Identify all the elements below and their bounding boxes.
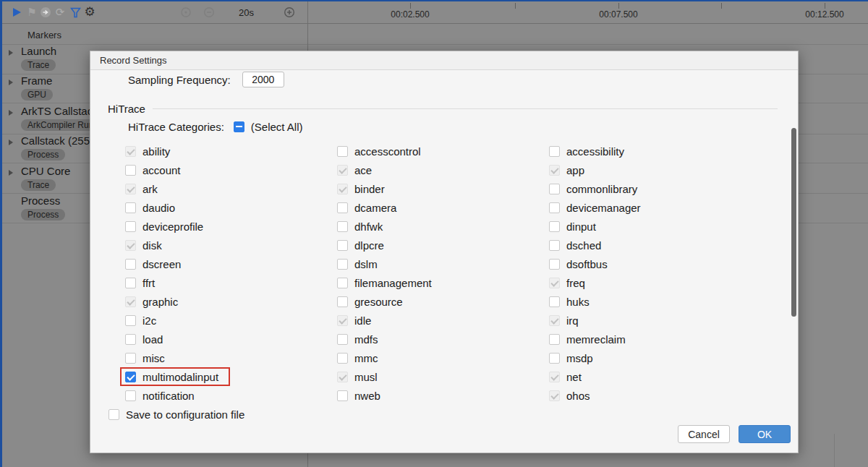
ok-button[interactable]: OK bbox=[739, 425, 791, 443]
category-row-musl[interactable]: musl bbox=[337, 367, 378, 386]
category-row-load[interactable]: load bbox=[125, 330, 163, 348]
category-checkbox-filemanagement[interactable] bbox=[337, 278, 348, 288]
expand-arrow-icon[interactable] bbox=[9, 50, 13, 56]
category-row-multimodalinput[interactable]: multimodalinput bbox=[125, 367, 218, 386]
category-row-dcamera[interactable]: dcamera bbox=[337, 198, 396, 217]
category-row-ffrt[interactable]: ffrt bbox=[125, 273, 155, 292]
expand-arrow-icon[interactable] bbox=[9, 170, 13, 176]
category-checkbox-huks[interactable] bbox=[549, 296, 560, 307]
select-all-checkbox[interactable] bbox=[234, 121, 244, 132]
category-checkbox-deviceprofile[interactable] bbox=[125, 221, 136, 232]
category-checkbox-musl[interactable] bbox=[337, 372, 348, 382]
category-row-account[interactable]: account bbox=[125, 160, 181, 179]
category-row-commonlibrary[interactable]: commonlibrary bbox=[549, 179, 637, 198]
category-checkbox-dslm[interactable] bbox=[337, 259, 348, 270]
expand-arrow-icon[interactable] bbox=[9, 80, 13, 85]
category-row-daudio[interactable]: daudio bbox=[125, 198, 175, 217]
cancel-button[interactable]: Cancel bbox=[678, 425, 730, 443]
category-row-graphic[interactable]: graphic bbox=[125, 292, 178, 311]
category-checkbox-dsched[interactable] bbox=[549, 240, 560, 251]
category-row-dsched[interactable]: dsched bbox=[549, 236, 601, 254]
category-checkbox-app[interactable] bbox=[549, 165, 560, 176]
category-checkbox-binder[interactable] bbox=[337, 184, 348, 194]
zoom-in-icon[interactable] bbox=[283, 6, 296, 19]
dialog-titlebar[interactable]: Record Settings bbox=[90, 51, 798, 70]
expand-arrow-icon[interactable] bbox=[9, 110, 13, 116]
category-checkbox-account[interactable] bbox=[125, 165, 136, 176]
category-row-irq[interactable]: irq bbox=[549, 311, 579, 330]
category-row-accessibility[interactable]: accessibility bbox=[549, 142, 624, 160]
category-checkbox-mmc[interactable] bbox=[337, 353, 348, 364]
category-checkbox-daudio[interactable] bbox=[125, 202, 136, 213]
category-checkbox-ability[interactable] bbox=[125, 146, 136, 157]
sampling-frequency-input[interactable] bbox=[242, 72, 284, 87]
category-checkbox-accesscontrol[interactable] bbox=[337, 146, 348, 157]
category-row-dlpcre[interactable]: dlpcre bbox=[337, 236, 384, 254]
category-checkbox-graphic[interactable] bbox=[125, 296, 136, 307]
category-row-filemanagement[interactable]: filemanagement bbox=[337, 273, 432, 292]
category-row-binder[interactable]: binder bbox=[337, 179, 385, 198]
category-row-app[interactable]: app bbox=[549, 160, 584, 179]
record-icon[interactable] bbox=[39, 6, 52, 19]
category-row-accesscontrol[interactable]: accesscontrol bbox=[337, 142, 421, 160]
category-checkbox-ark[interactable] bbox=[125, 184, 136, 194]
category-checkbox-dscreen[interactable] bbox=[125, 259, 136, 270]
category-checkbox-ace[interactable] bbox=[337, 165, 348, 176]
gear-icon[interactable]: ⚙ bbox=[83, 6, 96, 19]
category-checkbox-memreclaim[interactable] bbox=[549, 334, 560, 345]
category-checkbox-misc[interactable] bbox=[125, 353, 136, 364]
flag-icon[interactable]: ⚑ bbox=[25, 6, 38, 19]
category-row-memreclaim[interactable]: memreclaim bbox=[549, 330, 626, 348]
category-checkbox-mdfs[interactable] bbox=[337, 334, 348, 345]
category-row-dhfwk[interactable]: dhfwk bbox=[337, 217, 383, 236]
category-row-nweb[interactable]: nweb bbox=[337, 386, 380, 405]
category-row-deviceprofile[interactable]: deviceprofile bbox=[125, 217, 203, 236]
category-checkbox-multimodalinput[interactable] bbox=[125, 372, 136, 382]
save-to-config-row[interactable]: Save to configuration file bbox=[109, 405, 244, 424]
category-row-ace[interactable]: ace bbox=[337, 160, 372, 179]
category-checkbox-commonlibrary[interactable] bbox=[549, 184, 560, 194]
category-checkbox-notification[interactable] bbox=[125, 390, 136, 401]
category-checkbox-freq[interactable] bbox=[549, 278, 560, 288]
category-checkbox-net[interactable] bbox=[549, 372, 560, 382]
category-checkbox-dcamera[interactable] bbox=[337, 202, 348, 213]
category-checkbox-disk[interactable] bbox=[125, 240, 136, 251]
category-row-ark[interactable]: ark bbox=[125, 179, 158, 198]
category-checkbox-devicemanager[interactable] bbox=[549, 202, 560, 213]
category-row-gresource[interactable]: gresource bbox=[337, 292, 403, 311]
category-row-mmc[interactable]: mmc bbox=[337, 348, 378, 367]
category-row-notification[interactable]: notification bbox=[125, 386, 195, 405]
category-row-mdfs[interactable]: mdfs bbox=[337, 330, 378, 348]
category-checkbox-ohos[interactable] bbox=[549, 390, 560, 401]
refresh-icon[interactable]: ⟳ bbox=[54, 6, 67, 19]
category-row-dsoftbus[interactable]: dsoftbus bbox=[549, 254, 608, 273]
category-checkbox-ffrt[interactable] bbox=[125, 278, 136, 288]
category-row-misc[interactable]: misc bbox=[125, 348, 165, 367]
category-row-disk[interactable]: disk bbox=[125, 236, 162, 254]
category-row-devicemanager[interactable]: devicemanager bbox=[549, 198, 641, 217]
category-row-dinput[interactable]: dinput bbox=[549, 217, 596, 236]
category-checkbox-irq[interactable] bbox=[549, 315, 560, 326]
save-to-config-checkbox[interactable] bbox=[109, 409, 119, 420]
category-row-dscreen[interactable]: dscreen bbox=[125, 254, 181, 273]
category-row-idle[interactable]: idle bbox=[337, 311, 371, 330]
play-icon[interactable] bbox=[10, 6, 23, 19]
expand-arrow-icon[interactable] bbox=[9, 140, 13, 145]
category-row-huks[interactable]: huks bbox=[549, 292, 590, 311]
category-checkbox-accessibility[interactable] bbox=[549, 146, 560, 157]
category-checkbox-i2c[interactable] bbox=[125, 315, 136, 326]
category-row-i2c[interactable]: i2c bbox=[125, 311, 156, 330]
category-checkbox-dlpcre[interactable] bbox=[337, 240, 348, 251]
category-checkbox-msdp[interactable] bbox=[549, 353, 560, 364]
category-row-ability[interactable]: ability bbox=[125, 142, 170, 160]
zoom-out-icon[interactable] bbox=[203, 6, 216, 19]
category-row-net[interactable]: net bbox=[549, 367, 582, 386]
category-checkbox-dinput[interactable] bbox=[549, 221, 560, 232]
category-checkbox-dsoftbus[interactable] bbox=[549, 259, 560, 270]
category-row-msdp[interactable]: msdp bbox=[549, 348, 593, 367]
filter-icon[interactable] bbox=[69, 6, 82, 19]
category-checkbox-dhfwk[interactable] bbox=[337, 221, 348, 232]
dialog-scrollbar-thumb[interactable] bbox=[791, 128, 796, 317]
category-checkbox-load[interactable] bbox=[125, 334, 136, 345]
category-checkbox-idle[interactable] bbox=[337, 315, 348, 326]
